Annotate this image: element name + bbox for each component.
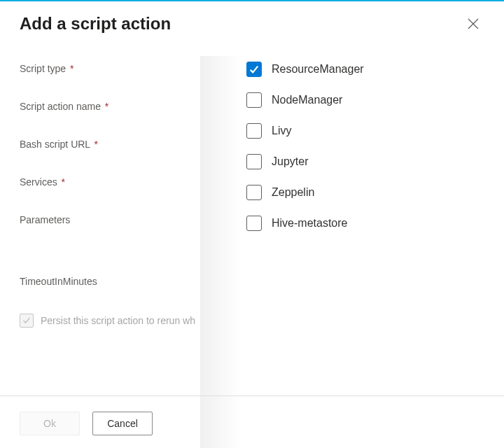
persist-label: Persist this script action to rerun wh: [41, 315, 195, 326]
field-label: TimeoutInMinutes: [20, 276, 97, 287]
form-fields-column: Script type * Script action name * Bash …: [0, 42, 238, 434]
check-icon: [249, 64, 259, 74]
service-checkbox[interactable]: [246, 216, 262, 231]
service-checkbox[interactable]: [246, 62, 262, 77]
required-asterisk: *: [70, 63, 74, 74]
cancel-button[interactable]: Cancel: [92, 412, 153, 435]
field-bash-script-url: Bash script URL *: [20, 139, 238, 150]
required-asterisk: *: [94, 139, 98, 150]
close-button[interactable]: [462, 13, 484, 35]
service-label: Hive-metastore: [272, 217, 347, 230]
required-asterisk: *: [105, 101, 108, 112]
service-option[interactable]: ResourceManager: [246, 62, 504, 77]
blade-body: Script type * Script action name * Bash …: [0, 42, 504, 434]
service-checkbox[interactable]: [246, 123, 262, 139]
service-checkbox[interactable]: [246, 154, 262, 169]
service-checkbox[interactable]: [246, 92, 262, 108]
field-services: Services *: [20, 176, 238, 188]
field-label: Services: [20, 176, 57, 188]
field-timeout-in-minutes: TimeoutInMinutes: [20, 276, 238, 287]
service-label: Livy: [272, 125, 291, 137]
persist-checkbox-row: Persist this script action to rerun wh: [20, 314, 238, 328]
close-icon: [468, 18, 479, 29]
service-label: Jupyter: [272, 155, 308, 168]
service-label: NodeManager: [272, 94, 342, 106]
field-label: Script type: [20, 63, 66, 74]
field-parameters: Parameters: [20, 214, 238, 225]
service-option[interactable]: Livy: [246, 123, 504, 139]
service-option[interactable]: Hive-metastore: [246, 216, 504, 231]
persist-checkbox: [20, 314, 34, 328]
add-script-action-blade: Add a script action Script type * Script…: [0, 1, 504, 448]
field-label: Parameters: [20, 214, 70, 225]
service-label: Zeppelin: [272, 186, 314, 199]
blade-header: Add a script action: [0, 1, 504, 42]
field-script-action-name: Script action name *: [20, 101, 238, 112]
services-checkbox-list: ResourceManagerNodeManagerLivyJupyterZep…: [238, 42, 504, 434]
service-option[interactable]: Jupyter: [246, 154, 504, 169]
service-option[interactable]: Zeppelin: [246, 185, 504, 200]
service-option[interactable]: NodeManager: [246, 92, 504, 108]
blade-footer: Ok Cancel: [0, 393, 504, 448]
service-label: ResourceManager: [272, 63, 364, 76]
ok-button[interactable]: Ok: [20, 412, 80, 435]
check-icon: [22, 316, 31, 325]
field-label: Bash script URL: [20, 139, 90, 150]
service-checkbox[interactable]: [246, 185, 262, 200]
button-label: Cancel: [107, 418, 138, 429]
field-script-type: Script type *: [20, 63, 238, 74]
blade-title: Add a script action: [20, 14, 171, 34]
button-label: Ok: [43, 418, 56, 429]
field-label: Script action name: [20, 101, 101, 112]
required-asterisk: *: [62, 176, 65, 188]
